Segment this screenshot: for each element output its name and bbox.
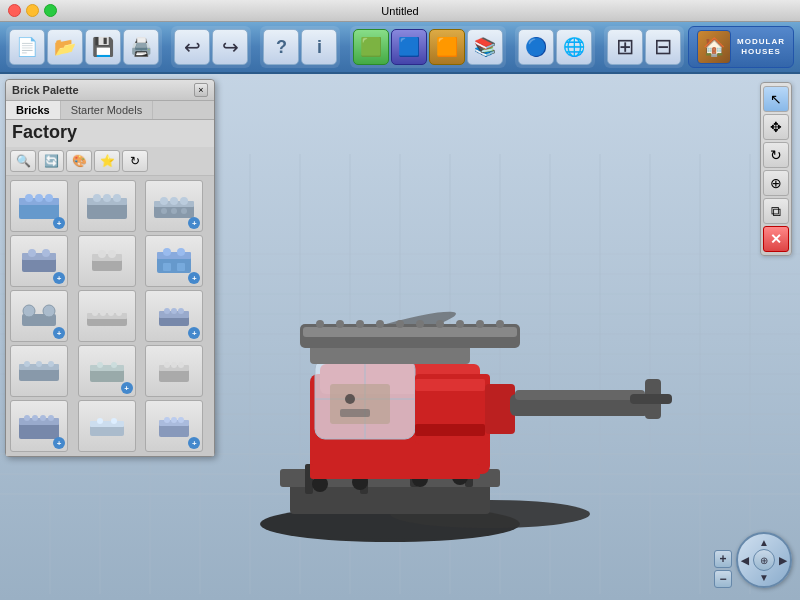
- svg-point-148: [178, 417, 184, 423]
- refresh-icon-btn[interactable]: ↻: [122, 150, 148, 172]
- minimize-button[interactable]: [26, 4, 39, 17]
- svg-point-94: [28, 249, 36, 257]
- brick-item-11[interactable]: +: [78, 345, 136, 397]
- nav-right-button[interactable]: ▶: [779, 555, 787, 566]
- close-button[interactable]: [8, 4, 21, 17]
- delete-tool-button[interactable]: ✕: [763, 226, 789, 252]
- nav-down-button[interactable]: ▼: [759, 572, 769, 583]
- rotate-icon-btn[interactable]: 🔄: [38, 150, 64, 172]
- rotate-tool-button[interactable]: ↻: [763, 142, 789, 168]
- open-button[interactable]: 📂: [47, 29, 83, 65]
- svg-rect-51: [515, 390, 645, 400]
- svg-rect-93: [22, 253, 56, 260]
- color-icon-btn[interactable]: 🎨: [66, 150, 92, 172]
- svg-rect-97: [92, 254, 122, 261]
- add-green-button[interactable]: 🟩: [353, 29, 389, 65]
- maximize-button[interactable]: [44, 4, 57, 17]
- svg-point-102: [163, 248, 171, 256]
- view3d-button[interactable]: 🔵: [518, 29, 554, 65]
- hinge-tool-button[interactable]: ⊕: [763, 170, 789, 196]
- help-button[interactable]: ?: [263, 29, 299, 65]
- main-toolbar: 📄 📂 💾 🖨️ ↩ ↪ ? i 🟩 🟦 🟧 📚 🔵 🌐 ⊞ ⊟ 🏠 MODUL…: [0, 22, 800, 74]
- svg-point-117: [164, 308, 170, 314]
- zoom-controls: + −: [714, 550, 732, 588]
- brick-item-4[interactable]: +: [10, 235, 68, 287]
- nav-up-button[interactable]: ▲: [759, 537, 769, 548]
- save-button[interactable]: 💾: [85, 29, 121, 65]
- svg-point-81: [93, 194, 101, 202]
- brick-item-12[interactable]: [145, 345, 203, 397]
- zoom-out-button[interactable]: −: [714, 570, 732, 588]
- brick-item-13[interactable]: +: [10, 400, 68, 452]
- svg-point-78: [45, 194, 53, 202]
- info-button[interactable]: i: [301, 29, 337, 65]
- nav-center[interactable]: ⊕: [753, 549, 775, 571]
- svg-point-113: [108, 310, 114, 316]
- add-orange-button[interactable]: 🟧: [429, 29, 465, 65]
- brick-item-14[interactable]: [78, 400, 136, 452]
- add-blue-button[interactable]: 🟦: [391, 29, 427, 65]
- modular-houses-badge[interactable]: 🏠 MODULAR HOUSES: [688, 26, 794, 68]
- palette-close-button[interactable]: ×: [194, 83, 208, 97]
- svg-rect-105: [177, 263, 185, 271]
- brick-item-8[interactable]: [78, 290, 136, 342]
- svg-point-60: [376, 320, 384, 328]
- svg-point-122: [24, 361, 30, 367]
- nav-left-button[interactable]: ◀: [741, 555, 749, 566]
- brick-item-10[interactable]: [10, 345, 68, 397]
- clone-tool-button[interactable]: ⧉: [763, 198, 789, 224]
- brick-scroll-area[interactable]: +: [6, 176, 214, 456]
- navigation-control: ▲ ▼ ◀ ▶ ⊕: [736, 532, 792, 588]
- svg-point-133: [178, 362, 184, 368]
- svg-point-98: [98, 250, 106, 258]
- undo-button[interactable]: ↩: [174, 29, 210, 65]
- brick-item-1[interactable]: +: [10, 180, 68, 232]
- brick-item-3[interactable]: +: [145, 180, 203, 232]
- brick-item-2[interactable]: [78, 180, 136, 232]
- svg-point-123: [36, 361, 42, 367]
- svg-point-64: [456, 320, 464, 328]
- tab-starter-models[interactable]: Starter Models: [61, 101, 154, 119]
- brick-item-9[interactable]: +: [145, 290, 203, 342]
- tab-bricks[interactable]: Bricks: [6, 101, 61, 119]
- brick-item-7[interactable]: +: [10, 290, 68, 342]
- svg-rect-47: [415, 379, 485, 391]
- palette-title: Brick Palette: [12, 84, 79, 96]
- svg-rect-56: [303, 327, 517, 337]
- zoom-in-button[interactable]: +: [714, 550, 732, 568]
- brick-palette: Brick Palette × Bricks Starter Models Fa…: [5, 79, 215, 457]
- content-area: ↖ ✥ ↻ ⊕ ⧉ ✕ + − ▲ ▼ ◀ ▶ ⊕ Brick Palette: [0, 74, 800, 600]
- svg-rect-126: [90, 365, 124, 371]
- print-button[interactable]: 🖨️: [123, 29, 159, 65]
- brick-grid: +: [6, 176, 214, 456]
- star-icon-btn[interactable]: ⭐: [94, 150, 120, 172]
- move-tool-button[interactable]: ✥: [763, 114, 789, 140]
- palette-icon-bar: 🔍 🔄 🎨 ⭐ ↻: [6, 147, 214, 176]
- new-button[interactable]: 📄: [9, 29, 45, 65]
- svg-rect-104: [163, 263, 171, 271]
- detail-view-button[interactable]: ⊟: [645, 29, 681, 65]
- svg-point-131: [164, 362, 170, 368]
- grid-view-button[interactable]: ⊞: [607, 29, 643, 65]
- svg-point-103: [177, 248, 185, 256]
- svg-point-58: [336, 320, 344, 328]
- palette-titlebar: Brick Palette ×: [6, 80, 214, 101]
- window-title: Untitled: [381, 5, 418, 17]
- svg-rect-73: [310, 464, 480, 479]
- svg-rect-68: [630, 394, 672, 404]
- svg-point-83: [113, 194, 121, 202]
- svg-rect-48: [415, 424, 485, 436]
- svg-point-143: [111, 418, 117, 424]
- svg-point-87: [170, 197, 178, 205]
- search-icon-btn[interactable]: 🔍: [10, 150, 36, 172]
- render-button[interactable]: 🌐: [556, 29, 592, 65]
- svg-point-90: [171, 208, 177, 214]
- svg-point-132: [171, 362, 177, 368]
- brick-item-5[interactable]: [78, 235, 136, 287]
- modular-icon: 🏠: [697, 30, 731, 64]
- brick-item-6[interactable]: +: [145, 235, 203, 287]
- parts-library-button[interactable]: 📚: [467, 29, 503, 65]
- select-tool-button[interactable]: ↖: [763, 86, 789, 112]
- redo-button[interactable]: ↪: [212, 29, 248, 65]
- brick-item-15[interactable]: +: [145, 400, 203, 452]
